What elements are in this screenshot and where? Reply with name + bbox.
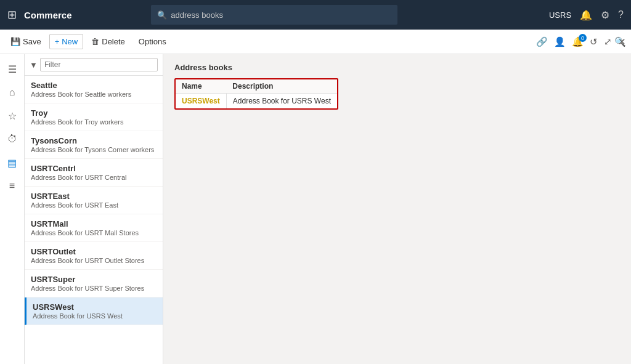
table-cell-description: Address Book for USRS West — [226, 94, 337, 109]
list-item[interactable]: USRSWest Address Book for USRS West — [25, 297, 163, 325]
filter-input[interactable] — [40, 58, 158, 71]
list-item[interactable]: USRTCentrl Address Book for USRT Central — [25, 159, 163, 187]
list-item-name: USRTOutlet — [31, 247, 157, 256]
app-grid-icon[interactable]: ⊞ — [7, 8, 17, 22]
global-search-bar[interactable]: 🔍 — [151, 5, 397, 25]
list-item-desc: Address Book for Seattle workers — [31, 91, 157, 98]
list-item-desc: Address Book for Troy workers — [31, 118, 157, 126]
user-label: USRS — [549, 10, 571, 20]
app-name: Commerce — [24, 10, 72, 20]
notifications-badge-icon[interactable]: 🔔 0 — [572, 36, 584, 47]
filter-icon: ▼ — [30, 60, 38, 70]
content-panel: Address books Name Description USRSWest … — [163, 54, 631, 364]
search-icon: 🔍 — [157, 10, 167, 20]
list-item[interactable]: USRTOutlet Address Book for USRT Outlet … — [25, 242, 163, 270]
address-book-list: Seattle Address Book for Seattle workers… — [25, 76, 163, 364]
list-item-name: Seattle — [31, 81, 157, 90]
help-icon[interactable]: ? — [618, 9, 624, 20]
list-item[interactable]: Seattle Address Book for Seattle workers — [25, 76, 163, 103]
person-icon[interactable]: 👤 — [554, 36, 566, 47]
link-icon[interactable]: 🔗 — [536, 36, 548, 47]
list-item[interactable]: TysonsCorn Address Book for Tysons Corne… — [25, 131, 163, 159]
delete-icon: 🗑 — [91, 37, 99, 46]
list-item-desc: Address Book for USRS West — [33, 312, 157, 320]
list-filter-bar: ▼ — [25, 54, 163, 76]
notifications-bell-icon[interactable]: 🔔 — [580, 9, 592, 21]
save-icon: 💾 — [10, 37, 20, 46]
table-cell-name: USRSWest — [176, 94, 226, 109]
hamburger-menu-icon[interactable]: ☰ — [2, 59, 22, 79]
list-item[interactable]: USRTEast Address Book for USRT East — [25, 187, 163, 214]
address-books-table-wrapper: Name Description USRSWest Address Book f… — [174, 78, 338, 110]
list-item[interactable]: Troy Address Book for Troy workers — [25, 103, 163, 131]
plus-icon: + — [55, 37, 60, 46]
list-item-name: USRTSuper — [31, 275, 157, 284]
content-section-title: Address books — [174, 63, 620, 72]
list-item-name: USRSWest — [33, 302, 157, 312]
list-item-desc: Address Book for USRT Outlet Stores — [31, 257, 157, 264]
address-books-table: Name Description USRSWest Address Book f… — [176, 79, 337, 108]
home-icon[interactable]: ⌂ — [2, 83, 22, 102]
list-item-name: USRTCentrl — [31, 164, 157, 173]
notification-count-badge: 0 — [579, 34, 587, 42]
top-nav-right: USRS 🔔 ⚙ ? — [549, 9, 624, 21]
col-header-description: Description — [226, 79, 337, 94]
list-panel: ▼ Seattle Address Book for Seattle worke… — [25, 54, 163, 364]
top-navigation: ⊞ Commerce 🔍 USRS 🔔 ⚙ ? — [0, 0, 631, 30]
list-item-desc: Address Book for USRT Super Stores — [31, 285, 157, 292]
list-item-desc: Address Book for Tysons Corner workers — [31, 146, 157, 153]
list-item-name: USRTEast — [31, 192, 157, 201]
search-input[interactable] — [171, 10, 391, 20]
save-button[interactable]: 💾 Save — [5, 34, 47, 49]
recent-icon[interactable]: ⏱ — [2, 129, 22, 149]
col-header-name: Name — [176, 79, 226, 94]
refresh-icon[interactable]: ↺ — [590, 36, 598, 47]
list-view-icon[interactable]: ≡ — [2, 176, 22, 196]
list-item-name: TysonsCorn — [31, 136, 157, 145]
favorites-icon[interactable]: ☆ — [2, 106, 22, 126]
list-item-desc: Address Book for USRT East — [31, 201, 157, 209]
main-layout: ☰ ⌂ ☆ ⏱ ▤ ≡ ▼ Seattle Address Book for S… — [0, 54, 631, 364]
toolbar: 💾 Save + New 🗑 Delete Options 🔍 🔗 👤 🔔 0 … — [0, 30, 631, 54]
table-row[interactable]: USRSWest Address Book for USRS West — [176, 94, 337, 109]
options-button[interactable]: Options — [133, 34, 172, 49]
list-item-desc: Address Book for USRT Mall Stores — [31, 229, 157, 237]
close-icon[interactable]: ✕ — [618, 36, 626, 47]
list-item-name: Troy — [31, 108, 157, 118]
list-item-name: USRTMall — [31, 219, 157, 229]
list-item[interactable]: USRTMall Address Book for USRT Mall Stor… — [25, 214, 163, 242]
side-icon-bar: ☰ ⌂ ☆ ⏱ ▤ ≡ — [0, 54, 25, 364]
records-icon[interactable]: ▤ — [2, 153, 22, 172]
delete-button[interactable]: 🗑 Delete — [86, 34, 131, 49]
new-button[interactable]: + New — [49, 34, 84, 49]
expand-icon[interactable]: ⤢ — [604, 36, 612, 47]
list-item[interactable]: USRTSuper Address Book for USRT Super St… — [25, 270, 163, 297]
settings-gear-icon[interactable]: ⚙ — [601, 9, 609, 21]
list-item-desc: Address Book for USRT Central — [31, 174, 157, 181]
